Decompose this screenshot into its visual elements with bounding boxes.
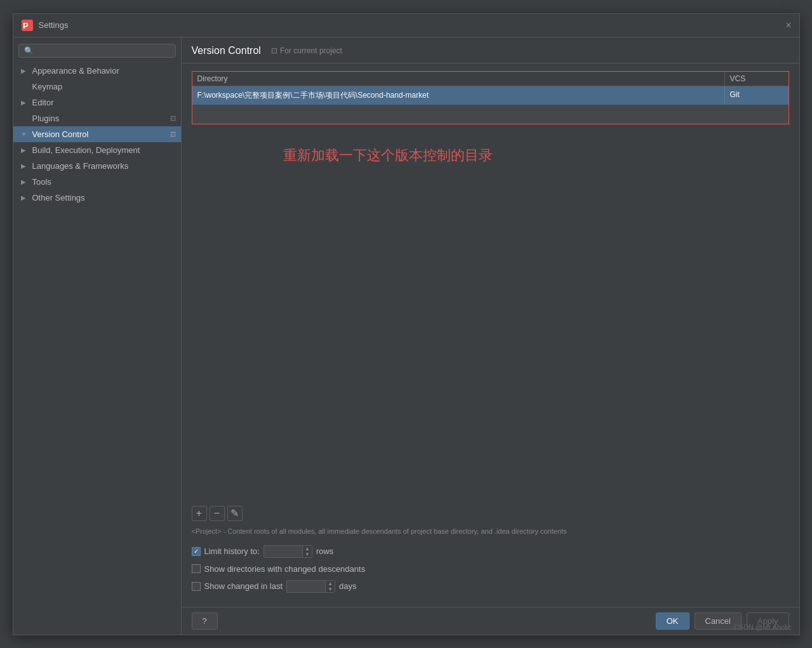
search-box[interactable]: 🔍 — [18, 44, 176, 58]
sidebar-item-version-control[interactable]: ▼ Version Control ⊡ — [13, 126, 181, 142]
chevron-right-icon: ▶ — [21, 194, 29, 201]
project-icon: ⊡ — [271, 46, 277, 55]
column-header-directory: Directory — [192, 72, 725, 86]
limit-history-input-wrap: 1,000 ▲ ▼ — [263, 545, 312, 558]
sidebar-item-label: Plugins — [32, 114, 60, 123]
show-changed-dirs-checkbox[interactable] — [192, 564, 201, 573]
spacer-icon: ▶ — [21, 115, 29, 122]
limit-history-label: Limit history to: — [204, 546, 260, 556]
table-header: Directory VCS — [192, 72, 789, 86]
panel-header: Version Control ⊡ For current project — [182, 37, 799, 63]
search-icon: 🔍 — [24, 46, 34, 55]
show-changed-dirs-label: Show directories with changed descendant… — [204, 564, 366, 574]
chevron-right-icon: ▶ — [21, 99, 29, 106]
show-changed-last-label: Show changed in last — [204, 581, 283, 591]
sidebar-item-label: Build, Execution, Deployment — [32, 145, 140, 155]
search-input[interactable] — [37, 46, 170, 55]
table-empty-row — [192, 105, 789, 124]
project-note: <Project> - Content roots of all modules… — [192, 527, 789, 535]
add-button[interactable]: + — [192, 506, 207, 521]
version-control-icon: ⊡ — [170, 130, 176, 138]
sidebar-item-plugins[interactable]: ▶ Plugins ⊡ — [13, 110, 181, 126]
sidebar-item-appearance[interactable]: ▶ Appearance & Behavior — [13, 63, 181, 79]
limit-history-input[interactable]: 1,000 — [264, 546, 302, 557]
app-icon: P — [21, 19, 34, 32]
sidebar-item-editor[interactable]: ▶ Editor — [13, 95, 181, 110]
ok-button[interactable]: OK — [656, 612, 689, 630]
spin-down-button-days[interactable]: ▼ — [326, 586, 335, 592]
help-button[interactable]: ? — [192, 612, 218, 630]
vcs-table: Directory VCS F:\workspace\完整项目案例\二手市场\项… — [192, 71, 789, 124]
cell-vcs: Git — [725, 86, 789, 105]
sidebar-item-build-execution[interactable]: ▶ Build, Execution, Deployment — [13, 142, 181, 158]
limit-history-suffix: rows — [316, 546, 333, 556]
sidebar-item-other-settings[interactable]: ▶ Other Settings — [13, 190, 181, 206]
limit-history-spinner: ▲ ▼ — [302, 546, 312, 557]
show-changed-last-checkbox[interactable] — [192, 582, 201, 591]
chevron-right-icon: ▶ — [21, 67, 29, 74]
spin-down-button[interactable]: ▼ — [303, 552, 312, 557]
bottom-bar: ? OK Cancel Apply — [182, 607, 799, 635]
sidebar-item-label: Tools — [32, 177, 51, 187]
show-changed-last-spinner: ▲ ▼ — [325, 581, 335, 592]
show-changed-dirs-option: Show directories with changed descendant… — [192, 564, 789, 574]
sidebar-item-label: Editor — [32, 98, 54, 107]
limit-history-checkbox[interactable] — [192, 547, 201, 556]
edit-button[interactable]: ✎ — [227, 506, 243, 521]
title-bar-left: P Settings — [21, 19, 69, 32]
sidebar-item-label: Other Settings — [32, 193, 85, 202]
content-area: 🔍 ▶ Appearance & Behavior Keymap ▶ Edito… — [13, 37, 799, 635]
show-changed-last-suffix: days — [339, 581, 356, 591]
sidebar: 🔍 ▶ Appearance & Behavior Keymap ▶ Edito… — [13, 37, 182, 635]
sidebar-item-label: Appearance & Behavior — [32, 66, 119, 76]
sidebar-item-languages-frameworks[interactable]: ▶ Languages & Frameworks — [13, 158, 181, 174]
sidebar-item-keymap[interactable]: Keymap — [13, 79, 181, 95]
sidebar-item-label: Version Control — [32, 129, 89, 139]
for-current-project[interactable]: ⊡ For current project — [271, 46, 342, 55]
show-changed-last-option: Show changed in last 31 ▲ ▼ days — [192, 580, 789, 593]
table-row[interactable]: F:\workspace\完整项目案例\二手市场\项目代码\Second-han… — [192, 86, 789, 105]
table-toolbar: + − ✎ — [192, 506, 789, 521]
limit-history-option: Limit history to: 1,000 ▲ ▼ rows — [192, 545, 789, 558]
svg-text:P: P — [23, 21, 29, 30]
sidebar-item-label: Languages & Frameworks — [32, 161, 129, 171]
spin-up-button[interactable]: ▲ — [303, 546, 312, 552]
panel-title: Version Control — [192, 45, 261, 56]
main-panel: Version Control ⊡ For current project Di… — [182, 37, 799, 635]
plugins-icon: ⊡ — [170, 114, 176, 122]
chevron-right-icon: ▶ — [21, 147, 29, 154]
show-changed-last-input[interactable]: 31 — [287, 581, 325, 592]
title-bar: P Settings × — [13, 14, 799, 37]
sidebar-item-tools[interactable]: ▶ Tools — [13, 174, 181, 190]
spin-up-button-days[interactable]: ▲ — [326, 581, 335, 586]
watermark: CSDN @Mr.Aholic — [734, 623, 792, 631]
chevron-right-icon: ▶ — [21, 178, 29, 185]
close-button[interactable]: × — [785, 20, 791, 30]
cell-directory: F:\workspace\完整项目案例\二手市场\项目代码\Second-han… — [192, 86, 725, 105]
chevron-right-icon: ▶ — [21, 162, 29, 169]
panel-content: Directory VCS F:\workspace\完整项目案例\二手市场\项… — [182, 63, 799, 607]
settings-window: P Settings × 🔍 ▶ Appearance & Behavior K… — [13, 13, 800, 635]
chevron-down-icon: ▼ — [21, 131, 29, 138]
column-header-vcs: VCS — [725, 72, 789, 86]
for-current-project-label: For current project — [280, 46, 342, 55]
window-title: Settings — [39, 20, 69, 30]
remove-button[interactable]: − — [210, 506, 225, 521]
show-changed-last-input-wrap: 31 ▲ ▼ — [286, 580, 335, 593]
